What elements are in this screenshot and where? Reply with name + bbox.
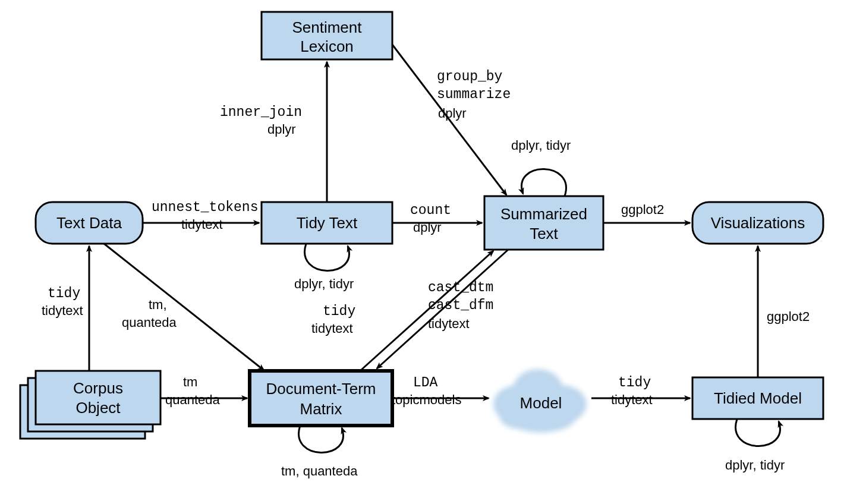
edge-model-to-tidied: tidy tidytext (591, 375, 690, 407)
svg-text:tidytext: tidytext (181, 217, 223, 232)
edge-textdata-to-dtm: tm, quanteda (104, 244, 264, 370)
svg-text:summarize: summarize (437, 87, 511, 102)
svg-text:tm, quanteda: tm, quanteda (281, 464, 358, 478)
svg-text:LDA: LDA (413, 375, 438, 390)
edge-summarized-to-viz: ggplot2 (603, 202, 690, 223)
node-visualizations: Visualizations (692, 202, 823, 244)
svg-text:cast_dtm: cast_dtm (428, 280, 493, 295)
node-summarized-text: Summarized Text (484, 196, 603, 250)
flowchart-diagram: Sentiment Lexicon Text Data Tidy Text Su… (0, 0, 847, 504)
svg-text:Object: Object (75, 399, 121, 417)
selfloop-tidy-text: dplyr, tidyr (294, 244, 354, 291)
svg-text:Model: Model (520, 394, 562, 412)
node-model: Model (493, 369, 587, 433)
node-tidy-text: Tidy Text (262, 202, 392, 244)
svg-text:tidytext: tidytext (611, 392, 653, 407)
svg-text:inner_join: inner_join (220, 105, 302, 120)
svg-text:tm,: tm, (149, 297, 167, 312)
svg-text:count: count (410, 203, 451, 218)
svg-text:cast_dfm: cast_dfm (428, 298, 493, 313)
svg-text:tidy: tidy (618, 375, 651, 390)
node-text-data: Text Data (36, 202, 143, 244)
edge-corpus-to-dtm: tm quanteda (160, 374, 247, 407)
svg-text:Text Data: Text Data (56, 214, 122, 232)
svg-text:Text: Text (530, 225, 558, 242)
selfloop-dtm: tm, quanteda (281, 426, 358, 478)
edge-summarized-to-dtm: cast_dtm cast_dfm tidytext (377, 250, 508, 368)
svg-text:quanteda: quanteda (122, 315, 177, 330)
node-document-term-matrix: Document-Term Matrix (250, 371, 392, 426)
svg-text:dplyr: dplyr (267, 122, 296, 137)
edge-tidytext-to-summarized: count dplyr (392, 203, 482, 235)
svg-text:dplyr, tidyr: dplyr, tidyr (511, 138, 571, 153)
svg-text:tidy: tidy (323, 304, 355, 319)
selfloop-summarized: dplyr, tidyr (511, 138, 571, 196)
svg-text:Sentiment: Sentiment (292, 18, 362, 36)
node-corpus-object: Corpus Object (20, 371, 160, 439)
svg-text:group_by: group_by (437, 69, 503, 84)
svg-text:quanteda: quanteda (165, 392, 221, 407)
svg-text:tidy: tidy (48, 286, 80, 301)
svg-text:Document-Term: Document-Term (266, 380, 376, 398)
edge-corpus-to-textdata: tidy tidytext (42, 246, 89, 371)
svg-text:Tidied Model: Tidied Model (714, 389, 802, 407)
svg-text:unnest_tokens: unnest_tokens (152, 200, 258, 215)
svg-text:Matrix: Matrix (300, 400, 342, 418)
edge-sentiment-to-summarized: group_by summarize dplyr (392, 45, 511, 195)
svg-text:ggplot2: ggplot2 (767, 309, 810, 324)
svg-text:tidytext: tidytext (428, 316, 470, 331)
svg-text:Summarized: Summarized (500, 205, 587, 223)
selfloop-tidied-model: dplyr, tidyr (725, 419, 785, 472)
svg-text:Corpus: Corpus (73, 379, 123, 397)
svg-text:Tidy Text: Tidy Text (297, 214, 358, 232)
svg-text:tidytext: tidytext (311, 321, 353, 336)
edge-dtm-to-model: LDA topicmodels (392, 375, 489, 407)
svg-text:dplyr: dplyr (438, 106, 467, 121)
node-tidied-model: Tidied Model (692, 377, 823, 419)
svg-text:ggplot2: ggplot2 (621, 202, 664, 217)
svg-text:dplyr, tidyr: dplyr, tidyr (725, 458, 785, 472)
edge-textdata-to-tidytext: unnest_tokens tidytext (143, 200, 259, 232)
svg-line-46 (104, 244, 264, 370)
svg-text:tidytext: tidytext (42, 303, 83, 318)
edge-tidied-to-viz: ggplot2 (758, 246, 810, 377)
svg-text:Visualizations: Visualizations (711, 214, 805, 232)
svg-text:Lexicon: Lexicon (300, 37, 354, 55)
svg-text:dplyr, tidyr: dplyr, tidyr (294, 276, 354, 291)
svg-text:topicmodels: topicmodels (392, 392, 461, 407)
svg-text:dplyr: dplyr (413, 220, 442, 235)
edge-tidytext-to-sentiment: inner_join dplyr (220, 62, 327, 202)
node-sentiment-lexicon: Sentiment Lexicon (262, 12, 392, 59)
svg-text:tm: tm (183, 374, 197, 389)
